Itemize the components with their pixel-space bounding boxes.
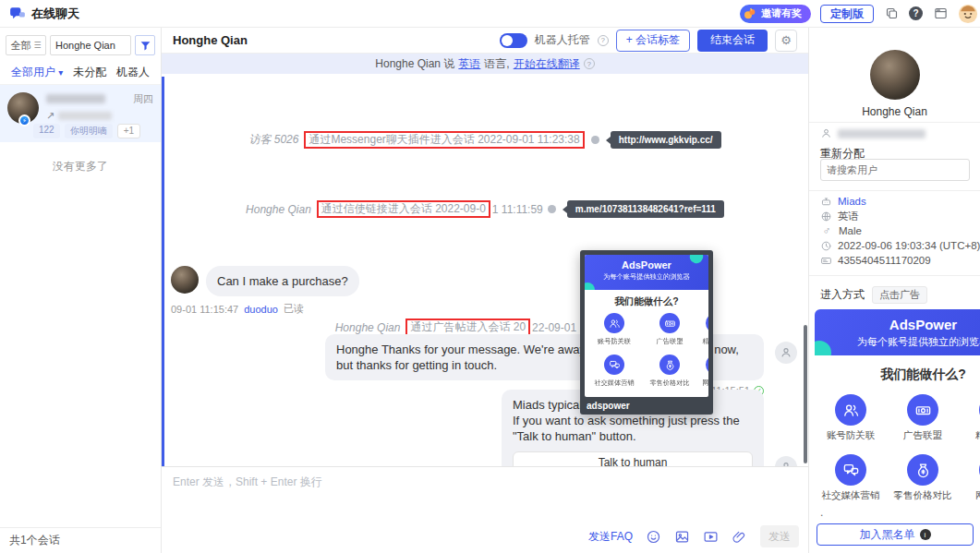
conversation-sidebar: 全部 ☰ 全部用户 ▾ 未分配 机器人 ⚡ 周四 ↗ xyxy=(0,28,162,553)
add-to-blacklist-button[interactable]: 加入黑名单 i xyxy=(817,523,974,546)
end-session-button[interactable]: 结束会话 xyxy=(697,30,768,52)
bot-name-link[interactable]: Miads xyxy=(838,196,866,207)
entry-method-label: 进入方式 xyxy=(820,287,865,303)
search-input[interactable] xyxy=(50,35,131,55)
adspower-subtitle: 为每个账号提供独立的浏览器 xyxy=(602,272,691,282)
chat-title: Honghe Qian xyxy=(173,33,248,47)
visitor-name: Honghe Qian xyxy=(809,105,980,118)
invite-label: 邀请有奖 xyxy=(761,6,802,20)
assigned-user-row xyxy=(820,127,926,139)
globe-icon xyxy=(820,210,832,222)
feature-label: 网络视频 xyxy=(703,379,708,388)
adspower-question: 我们能做什么? xyxy=(815,367,980,383)
language-link[interactable]: 英语 xyxy=(458,56,480,72)
chat-logo-icon xyxy=(9,6,26,22)
feature-label: 社交媒体营销 xyxy=(822,489,880,502)
send-button[interactable]: 发送 xyxy=(760,525,799,547)
image-icon[interactable] xyxy=(674,529,690,545)
person-icon xyxy=(820,127,832,139)
read-by-agent: duoduo xyxy=(244,304,278,315)
settings-gear-icon[interactable]: ⚙ xyxy=(775,30,797,52)
feature-label: 广告联盟 xyxy=(903,429,942,442)
users-icon xyxy=(835,394,866,426)
language-value: 英语 xyxy=(838,210,859,223)
send-faq-link[interactable]: 发送FAQ xyxy=(588,529,633,545)
feature-price-compare: 零售价格对比 xyxy=(894,454,952,502)
bot-hosting-toggle[interactable] xyxy=(500,33,527,48)
funnel-icon xyxy=(139,40,151,52)
source-dot-icon[interactable] xyxy=(548,205,556,213)
video-icon[interactable] xyxy=(703,529,719,545)
conversation-list-item[interactable]: ⚡ 周四 ↗ 122 你明明嘀 +1 xyxy=(0,85,161,142)
feature-web-video: 网络视频 xyxy=(975,454,980,502)
filter-all-label: 全部 xyxy=(10,39,30,53)
detail-time: 2022-09-06 19:03:34 (UTC+8) xyxy=(820,238,980,253)
visitor-name: 访客 5026 xyxy=(248,132,298,148)
feature-label: 账号防关联 xyxy=(827,429,876,442)
filter-button[interactable] xyxy=(135,35,155,55)
source-dot-icon[interactable] xyxy=(591,136,599,144)
bot-hosting-info-icon[interactable]: ? xyxy=(598,35,609,46)
visitor-details: Miads 英语 ♂ Male 2022-09-06 19:03:34 (UTC… xyxy=(820,194,980,268)
tab-all-users-label: 全部用户 xyxy=(11,66,55,78)
visitor-name: Honghe Qian xyxy=(335,321,401,334)
divider xyxy=(809,190,980,191)
conversation-preview: ↗ xyxy=(46,110,112,122)
visitor-info-panel: Honghe Qian 重新分配 Miads 英语 ♂ Male 202 xyxy=(808,28,980,553)
adspower-popup: AdsPower 为每个账号提供独立的浏览器 我们能做什么? 账号防关联 广告联… xyxy=(580,250,713,415)
customer-message-meta: 09-01 11:15:47 duoduo 已读 xyxy=(171,302,359,316)
online-chat-app: 在线聊天 邀请有奖 定制版 ? 全部 ☰ xyxy=(0,0,980,553)
tab-robot[interactable]: 机器人 xyxy=(116,65,150,80)
system-message-rest: 1 11:11:59 xyxy=(492,203,543,216)
adspower-title: AdsPower xyxy=(585,259,708,270)
copy-icon[interactable] xyxy=(883,6,900,22)
emoji-icon[interactable] xyxy=(646,529,661,545)
assigned-user-blurred xyxy=(838,129,926,138)
feature-social-marketing: 社交媒体营销 xyxy=(822,454,880,502)
chat-area: Honghe Qian 机器人托管 ? + 会话标签 结束会话 ⚙ Honghe… xyxy=(162,28,808,553)
tab-unassigned[interactable]: 未分配 xyxy=(73,65,106,80)
trailing-dot: . xyxy=(820,506,823,519)
adspower-card: AdsPower 为每个账号提供独立的浏览器 我们能做什么? 账号防关联 广告联… xyxy=(585,255,708,397)
users-icon xyxy=(604,313,624,333)
adspower-banner[interactable]: AdsPower 为每个账号提供独立的浏览器 我们能做什么? 账号防关联 广告联… xyxy=(815,309,980,502)
add-session-tag-button[interactable]: + 会话标签 xyxy=(616,30,690,52)
translation-banner: Honghe Qian 说 英语 语言, 开始在线翻译 ? xyxy=(162,54,808,74)
reassign-search-input[interactable] xyxy=(820,159,970,181)
attachment-icon[interactable] xyxy=(732,529,747,545)
visitor-name: Honghe Qian xyxy=(246,203,311,216)
feature-label: 社交媒体营销 xyxy=(594,379,634,388)
app-title: 在线聊天 xyxy=(31,6,79,22)
gender-value: Male xyxy=(839,225,862,236)
feature-label: 精准投放 xyxy=(703,337,708,346)
feature-label: 账号防关联 xyxy=(598,337,631,346)
male-icon: ♂ xyxy=(820,224,833,237)
help-icon[interactable]: ? xyxy=(909,6,923,20)
invite-reward-button[interactable]: 邀请有奖 xyxy=(740,5,811,23)
chat-controls: 机器人托管 ? + 会话标签 结束会话 ⚙ xyxy=(500,30,797,52)
start-translation-link[interactable]: 开始在线翻译 xyxy=(514,56,580,72)
workspace-icon[interactable] xyxy=(932,6,949,22)
translation-info-icon[interactable]: ? xyxy=(584,58,595,69)
feature-price-compare: 零售价格对比 xyxy=(642,355,697,390)
feature-social-marketing: 社交媒体营销 xyxy=(587,355,642,390)
monitor-icon xyxy=(706,355,708,375)
entry-method-value: 点击广告 xyxy=(872,286,927,304)
custom-version-button[interactable]: 定制版 xyxy=(820,5,874,23)
teal-blob-decoration xyxy=(585,283,595,290)
topbar-actions: 邀请有奖 定制版 ? xyxy=(740,4,971,24)
message-input[interactable] xyxy=(162,467,808,521)
filter-all-dropdown[interactable]: 全部 ☰ xyxy=(6,35,46,55)
divider xyxy=(809,122,980,123)
visitor-id-value: 4355404511170209 xyxy=(838,255,931,266)
annotation-highlight: 通过Messenger聊天插件进入会话 2022-09-01 11:23:38 xyxy=(304,131,584,149)
tab-all-users[interactable]: 全部用户 ▾ xyxy=(11,65,63,80)
feature-label: 零售价格对比 xyxy=(649,379,689,388)
user-avatar[interactable] xyxy=(958,4,978,24)
conversation-count: 共1个会话 xyxy=(0,527,161,553)
conversation-tags: 122 你明明嘀 +1 xyxy=(33,124,140,138)
feature-anti-association: 账号防关联 xyxy=(827,394,876,442)
feature-label: 网络视频 xyxy=(975,489,980,502)
chat-scrollbar-thumb[interactable] xyxy=(804,325,807,463)
adspower-title: AdsPower xyxy=(815,309,980,332)
